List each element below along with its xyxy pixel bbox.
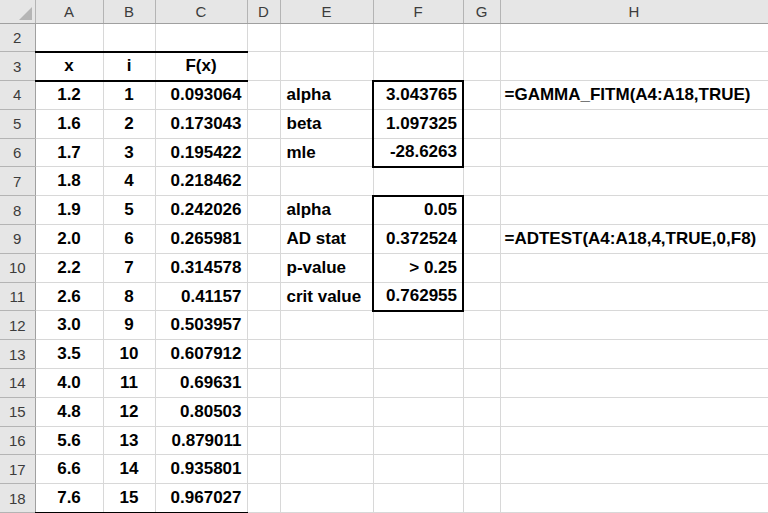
cell-G17[interactable] bbox=[463, 455, 500, 484]
cell-F2[interactable] bbox=[373, 23, 463, 52]
cell-F15[interactable] bbox=[373, 397, 463, 426]
cell-C12[interactable]: 0.503957 bbox=[155, 311, 247, 340]
cell-D12[interactable] bbox=[247, 311, 280, 340]
cell-H16[interactable] bbox=[500, 426, 768, 455]
cell-D6[interactable] bbox=[247, 138, 280, 167]
row-header-16[interactable]: 16 bbox=[0, 426, 35, 455]
cell-G13[interactable] bbox=[463, 340, 500, 369]
cell-H9[interactable]: =ADTEST(A4:A18,4,TRUE,0,F8) bbox=[500, 225, 768, 254]
cell-G2[interactable] bbox=[463, 23, 500, 52]
cell-E13[interactable] bbox=[280, 340, 373, 369]
cell-H17[interactable] bbox=[500, 455, 768, 484]
row-header-5[interactable]: 5 bbox=[0, 109, 35, 138]
cell-A15[interactable]: 4.8 bbox=[35, 397, 103, 426]
cell-A18[interactable]: 7.6 bbox=[35, 484, 103, 513]
cell-H2[interactable] bbox=[500, 23, 768, 52]
cell-E2[interactable] bbox=[280, 23, 373, 52]
cell-G16[interactable] bbox=[463, 426, 500, 455]
cell-B7[interactable]: 4 bbox=[103, 167, 155, 196]
cell-C13[interactable]: 0.607912 bbox=[155, 340, 247, 369]
cell-G10[interactable] bbox=[463, 253, 500, 282]
row-header-15[interactable]: 15 bbox=[0, 397, 35, 426]
cell-B11[interactable]: 8 bbox=[103, 282, 155, 311]
cell-E9[interactable]: AD stat bbox=[280, 225, 373, 254]
cell-B4[interactable]: 1 bbox=[103, 81, 155, 110]
cell-A13[interactable]: 3.5 bbox=[35, 340, 103, 369]
cell-C9[interactable]: 0.265981 bbox=[155, 225, 247, 254]
cell-D13[interactable] bbox=[247, 340, 280, 369]
cell-G15[interactable] bbox=[463, 397, 500, 426]
cell-D15[interactable] bbox=[247, 397, 280, 426]
cell-A4[interactable]: 1.2 bbox=[35, 81, 103, 110]
cell-C3[interactable]: F(x) bbox=[155, 52, 247, 81]
cell-D7[interactable] bbox=[247, 167, 280, 196]
cell-B10[interactable]: 7 bbox=[103, 253, 155, 282]
cell-D10[interactable] bbox=[247, 253, 280, 282]
row-header-18[interactable]: 18 bbox=[0, 484, 35, 513]
cell-A9[interactable]: 2.0 bbox=[35, 225, 103, 254]
row-header-10[interactable]: 10 bbox=[0, 253, 35, 282]
cell-B9[interactable]: 6 bbox=[103, 225, 155, 254]
cell-D4[interactable] bbox=[247, 81, 280, 110]
cell-F16[interactable] bbox=[373, 426, 463, 455]
cell-E15[interactable] bbox=[280, 397, 373, 426]
cell-E11[interactable]: crit value bbox=[280, 282, 373, 311]
column-header-B[interactable]: B bbox=[103, 0, 155, 23]
cell-G8[interactable] bbox=[463, 196, 500, 225]
column-header-G[interactable]: G bbox=[463, 0, 500, 23]
cell-B6[interactable]: 3 bbox=[103, 138, 155, 167]
cell-C11[interactable]: 0.41157 bbox=[155, 282, 247, 311]
cell-D14[interactable] bbox=[247, 369, 280, 398]
cell-E17[interactable] bbox=[280, 455, 373, 484]
cell-D17[interactable] bbox=[247, 455, 280, 484]
cell-E8[interactable]: alpha bbox=[280, 196, 373, 225]
cell-H7[interactable] bbox=[500, 167, 768, 196]
cell-D3[interactable] bbox=[247, 52, 280, 81]
cell-B5[interactable]: 2 bbox=[103, 109, 155, 138]
select-all-button[interactable] bbox=[0, 0, 35, 23]
cell-E3[interactable] bbox=[280, 52, 373, 81]
cell-E4[interactable]: alpha bbox=[280, 81, 373, 110]
cell-G11[interactable] bbox=[463, 282, 500, 311]
cell-E5[interactable]: beta bbox=[280, 109, 373, 138]
cell-B13[interactable]: 10 bbox=[103, 340, 155, 369]
cell-C4[interactable]: 0.093064 bbox=[155, 81, 247, 110]
cell-H10[interactable] bbox=[500, 253, 768, 282]
cell-E7[interactable] bbox=[280, 167, 373, 196]
cell-C14[interactable]: 0.69631 bbox=[155, 369, 247, 398]
cell-D8[interactable] bbox=[247, 196, 280, 225]
cell-C17[interactable]: 0.935801 bbox=[155, 455, 247, 484]
cell-G14[interactable] bbox=[463, 369, 500, 398]
cell-F7[interactable] bbox=[373, 167, 463, 196]
cell-A11[interactable]: 2.6 bbox=[35, 282, 103, 311]
cell-H12[interactable] bbox=[500, 311, 768, 340]
cell-A12[interactable]: 3.0 bbox=[35, 311, 103, 340]
column-header-A[interactable]: A bbox=[35, 0, 103, 23]
cell-F17[interactable] bbox=[373, 455, 463, 484]
cell-E10[interactable]: p-value bbox=[280, 253, 373, 282]
cell-D9[interactable] bbox=[247, 225, 280, 254]
cell-F11[interactable]: 0.762955 bbox=[373, 282, 463, 311]
cell-G9[interactable] bbox=[463, 225, 500, 254]
cell-F3[interactable] bbox=[373, 52, 463, 81]
cell-G12[interactable] bbox=[463, 311, 500, 340]
cell-H4[interactable]: =GAMMA_FITM(A4:A18,TRUE) bbox=[500, 81, 768, 110]
cell-D5[interactable] bbox=[247, 109, 280, 138]
cell-H14[interactable] bbox=[500, 369, 768, 398]
cell-C15[interactable]: 0.80503 bbox=[155, 397, 247, 426]
cell-E12[interactable] bbox=[280, 311, 373, 340]
column-header-E[interactable]: E bbox=[280, 0, 373, 23]
cell-F8[interactable]: 0.05 bbox=[373, 196, 463, 225]
cell-D18[interactable] bbox=[247, 484, 280, 513]
cell-E16[interactable] bbox=[280, 426, 373, 455]
cell-C10[interactable]: 0.314578 bbox=[155, 253, 247, 282]
cell-H15[interactable] bbox=[500, 397, 768, 426]
cell-B3[interactable]: i bbox=[103, 52, 155, 81]
cell-E18[interactable] bbox=[280, 484, 373, 513]
cell-G7[interactable] bbox=[463, 167, 500, 196]
cell-G5[interactable] bbox=[463, 109, 500, 138]
row-header-9[interactable]: 9 bbox=[0, 225, 35, 254]
cell-B16[interactable]: 13 bbox=[103, 426, 155, 455]
cell-G6[interactable] bbox=[463, 138, 500, 167]
cell-C7[interactable]: 0.218462 bbox=[155, 167, 247, 196]
